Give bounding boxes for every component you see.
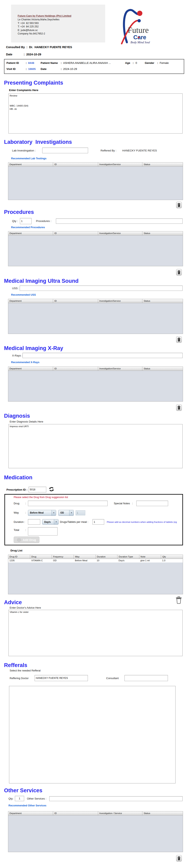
refferal-list-box[interactable]	[9, 686, 176, 783]
recommended-xrays-link[interactable]: Recommended X-Rays	[11, 361, 39, 364]
meal-select[interactable]: Before Meal ▼	[28, 510, 56, 516]
diagnosis-textarea[interactable]: Impress viral URTI	[8, 424, 183, 468]
uss-table-delete-button[interactable]	[176, 336, 182, 343]
col-fequency: Fequency	[52, 555, 74, 559]
recommended-lab-testings-link[interactable]: Recommended Lab Testings	[11, 157, 46, 160]
drug-row-duration-type: Day/s	[117, 559, 139, 562]
other-qty-label: Qty:	[8, 797, 13, 800]
uss-table-header: Department ID Investigation/Service Stat…	[8, 299, 183, 303]
lab-table-delete-button[interactable]	[176, 202, 182, 208]
total-input[interactable]	[28, 527, 58, 535]
prescription-id-input[interactable]	[29, 487, 46, 492]
recommended-other-services-link[interactable]: Recommended Other Services	[8, 804, 46, 807]
uss-input[interactable]	[20, 286, 183, 291]
frequency-select[interactable]: OD ▼	[58, 510, 74, 516]
fraction-note: Please add as decimal numbers when addin…	[107, 521, 182, 523]
col-investigation-service: Investigation/Service	[98, 162, 143, 166]
chevron-down-icon: ▼	[51, 510, 56, 516]
trash-icon	[176, 596, 182, 604]
consult-date-line: Date : 2024-10-29	[6, 53, 41, 56]
trash-icon	[177, 203, 181, 207]
section-title-other-services: Other Services	[4, 787, 42, 794]
section-title-medication: Medication	[4, 474, 32, 481]
colon: :	[25, 511, 26, 514]
xray-table-delete-button[interactable]	[176, 404, 182, 411]
col-department: Department	[8, 299, 53, 303]
colon: :	[26, 61, 27, 64]
patient-name-label: Patient Name	[41, 61, 58, 64]
procedures-table-body	[8, 236, 183, 266]
logo-tagline: Body Mind Soul	[130, 41, 150, 44]
col-department: Department	[8, 367, 53, 371]
consultant-label: Consultant	[106, 677, 119, 680]
col-investigation-service: Investigation/Service	[98, 231, 143, 235]
duration-input[interactable]	[28, 519, 40, 525]
col-id: ID	[53, 811, 98, 815]
per-meal-input[interactable]	[92, 519, 104, 525]
clinic-company-no: Company No.8417652-2	[18, 32, 71, 36]
col-investigation-service: Investigation/Service	[98, 367, 143, 371]
drug-row-way: Before Meal	[74, 559, 96, 562]
xray-table: Department ID Investigation/Service Stat…	[8, 367, 183, 402]
trash-icon	[177, 270, 181, 274]
section-title-xray: Medical Imaging X-Ray	[4, 345, 63, 351]
total-label: Total	[14, 528, 19, 531]
col-id: ID	[53, 162, 98, 166]
lab-investigation-input[interactable]	[42, 148, 88, 153]
drug-row[interactable]: 1235 VITAMIN C OD Before Meal 10 Day/s g…	[8, 559, 183, 562]
recommended-uss-link[interactable]: Recommended USS	[11, 293, 36, 296]
drug-list-label: Drug List	[10, 549, 22, 552]
col-way: Way	[74, 555, 96, 559]
way-label: Way	[14, 511, 19, 514]
logo-blue-dot	[138, 19, 141, 22]
consultant-input[interactable]	[124, 675, 168, 681]
procedures-input[interactable]	[56, 218, 183, 224]
drug-list-body	[8, 562, 183, 594]
xray-table-header: Department ID Investigation/Service Stat…	[8, 367, 183, 371]
other-services-table: Department ID Investigation / Service St…	[8, 811, 183, 852]
chevron-down-icon: ▼	[69, 510, 74, 516]
patient-info-bar: Patient ID : 8448 Patient Name : ASHERA …	[4, 59, 184, 74]
clinic-phone-1: T: +24 82 593 593	[18, 22, 71, 25]
xrays-input[interactable]	[23, 353, 183, 358]
procedures-qty-input[interactable]	[20, 218, 32, 224]
chevron-down-icon: ▼	[54, 519, 58, 524]
visit-date-value: 2024-10-29	[63, 67, 77, 70]
colon: :	[133, 61, 134, 64]
prescription-refresh-button[interactable]	[48, 486, 55, 493]
add-drug-label: Add Drug	[23, 538, 36, 541]
prescription-id-label: Prescription ID :	[6, 488, 27, 491]
duration-type-select[interactable]: Day/s ▼	[42, 519, 59, 525]
add-drug-button[interactable]: Add Drug	[14, 536, 39, 543]
drug-input[interactable]	[28, 501, 108, 506]
visit-id-label: Visit ID	[6, 67, 16, 70]
reffering-doctor-label: Reffering Doctor	[10, 677, 29, 680]
complaints-textarea[interactable]: Review WBC- 14400 (SH) HB- ok	[8, 93, 183, 133]
section-title-advice: Advice	[4, 599, 22, 606]
col-department: Department	[8, 162, 53, 166]
recommended-procedures-link[interactable]: Recommended Procedures	[11, 226, 45, 229]
drug-list-header: Drug ID Drug Fequency Way Duration Durat…	[8, 555, 183, 559]
lab-table-header: Department ID Investigation/Service Stat…	[8, 162, 183, 166]
reffered-by-label: Reffered By :	[101, 149, 116, 152]
reffering-doctor-input[interactable]	[35, 675, 88, 681]
gender-value: Female	[160, 61, 169, 64]
logo-red-dot	[137, 11, 142, 16]
special-notes-input[interactable]	[136, 501, 168, 506]
col-status: Status	[142, 162, 183, 166]
advice-textarea[interactable]: Vitamin c for sister	[8, 610, 183, 656]
other-services-input[interactable]	[49, 796, 183, 801]
other-qty-input[interactable]	[15, 796, 24, 801]
colon: :	[26, 67, 27, 70]
uss-label: USS :	[12, 287, 19, 290]
drug-row-name: VITAMIN C	[30, 559, 52, 562]
colon: :	[61, 61, 62, 64]
special-notes-label: Special Notes	[114, 502, 130, 505]
patient-id-value: 8448	[28, 61, 34, 64]
lab-investigation-label: Lab Investingation :	[12, 149, 36, 152]
drug-list-delete-button[interactable]	[175, 596, 182, 604]
section-title-ultrasound: Medical Imaging Ultra Sound	[4, 278, 79, 284]
drug-row-fequency: OD	[52, 559, 74, 562]
other-services-table-delete-button[interactable]	[176, 855, 182, 862]
procedures-table-delete-button[interactable]	[176, 269, 182, 276]
